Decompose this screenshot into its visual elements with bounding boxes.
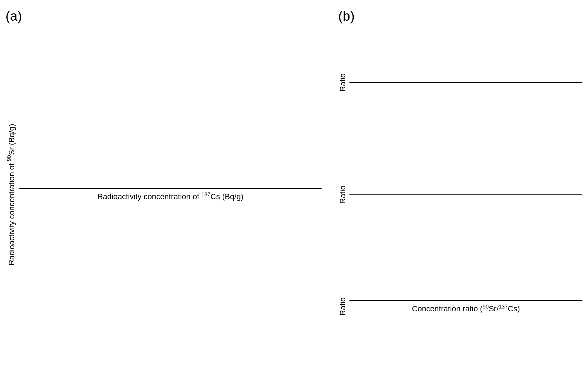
chart-a-plot: Common SF JRR-2 JRR-3 Correlation coeffi…: [19, 188, 322, 189]
chart-a-wrapper: Radioactivity concentration of 90Sr (Bq/…: [6, 26, 322, 363]
x-axis-label-b: Concentration ratio (90Sr/137Cs): [349, 303, 582, 313]
y-axis-label-jrr3: Ratio: [338, 297, 347, 315]
histogram-jrr3-inner: JRR-3 n=7 1.0 0.8 0.6 0.4 0.2 0.0: [349, 300, 582, 301]
histogram-jrr2-row: Ratio: [338, 139, 582, 251]
histogram-jrr3-row: Ratio: [338, 250, 582, 363]
panel-b: (b) Ratio: [338, 8, 582, 363]
x-axis-label-a: Radioactivity concentration of 137Cs (Bq…: [19, 191, 322, 201]
histogram-jrr3: JRR-3 n=7 1.0 0.8 0.6 0.4 0.2 0.0: [349, 300, 582, 313]
figure-container: (a) Radioactivity concentration of 90Sr …: [6, 8, 582, 363]
y-axis-label-jrr2: Ratio: [338, 186, 347, 204]
chart-a: Common SF JRR-2 JRR-3 Correlation coeffi…: [19, 188, 322, 201]
histogram-jrr2-inner: JRR-2 n=7 1.0 0.8 0.6 0.4 0.2 0.0: [349, 194, 582, 195]
histogram-total: Total n=14 1.0 0.8 0.6 0.4 0.2 0.0: [349, 82, 582, 83]
y-axis-label-a: Radioactivity concentration of 90Sr (Bq/…: [6, 124, 17, 265]
panel-a: (a) Radioactivity concentration of 90Sr …: [6, 8, 322, 363]
panel-b-label: (b): [338, 8, 355, 24]
panel-b-inner: Ratio: [338, 26, 582, 363]
panel-a-label: (a): [6, 8, 22, 24]
histogram-total-inner: Total n=14 1.0 0.8 0.6 0.4 0.2 0.0: [349, 82, 582, 83]
histogram-total-row: Ratio: [338, 26, 582, 139]
y-axis-label-total: Ratio: [338, 73, 347, 91]
histogram-jrr2: JRR-2 n=7 1.0 0.8 0.6 0.4 0.2 0.0: [349, 194, 582, 195]
